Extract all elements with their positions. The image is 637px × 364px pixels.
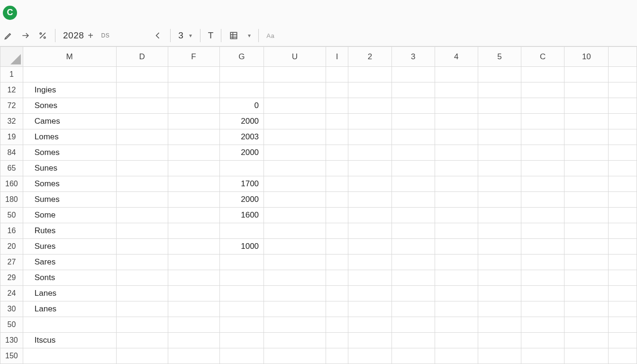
cell[interactable]: Somes [23,176,116,192]
row-header[interactable]: 16 [0,223,23,239]
row-header[interactable]: 19 [0,129,23,145]
cell[interactable] [168,98,219,114]
cell[interactable] [326,301,348,317]
chevron-down-icon[interactable]: ▾ [248,32,251,39]
cell[interactable]: 1700 [219,176,264,192]
cell[interactable] [168,223,219,239]
cell[interactable] [435,208,478,223]
cell[interactable] [326,239,348,255]
cell[interactable] [391,270,435,286]
cell[interactable]: Sares [23,255,116,270]
cell[interactable] [564,333,609,348]
cell[interactable] [391,145,435,161]
cell[interactable] [435,129,478,145]
cell[interactable] [609,270,637,286]
cell[interactable] [168,192,219,208]
cell[interactable] [219,255,264,270]
cell[interactable] [168,301,219,317]
cell[interactable] [116,286,168,301]
cell[interactable] [326,208,348,223]
cell[interactable] [521,98,564,114]
cell[interactable] [478,161,521,176]
cell[interactable] [168,82,219,98]
cell[interactable] [478,208,521,223]
cell[interactable] [521,208,564,223]
cell[interactable] [391,161,435,176]
cell[interactable] [264,286,326,301]
cell[interactable] [521,301,564,317]
cell[interactable]: 0 [219,98,264,114]
cell[interactable] [435,98,478,114]
cell[interactable] [609,114,637,129]
cell[interactable] [348,67,391,82]
cell[interactable] [348,98,391,114]
cell[interactable] [264,223,326,239]
cell[interactable] [609,192,637,208]
row-header[interactable]: 72 [0,98,23,114]
cell[interactable]: Sumes [23,192,116,208]
cell[interactable] [564,98,609,114]
cell[interactable] [478,270,521,286]
table-icon[interactable] [229,31,238,40]
cell[interactable] [609,67,637,82]
cell[interactable] [219,317,264,333]
cell[interactable] [219,270,264,286]
cell[interactable] [609,255,637,270]
cell[interactable] [219,67,264,82]
cell[interactable] [391,317,435,333]
column-header[interactable]: U [264,47,326,67]
cell[interactable] [219,161,264,176]
cell[interactable] [116,270,168,286]
cell[interactable] [348,161,391,176]
cell[interactable] [609,129,637,145]
cell[interactable] [609,161,637,176]
cell[interactable] [326,286,348,301]
cell[interactable] [435,82,478,98]
column-header[interactable]: 5 [478,47,521,67]
cell[interactable] [478,129,521,145]
cell[interactable] [521,317,564,333]
cell[interactable] [435,270,478,286]
cell[interactable] [168,348,219,364]
cell[interactable] [564,223,609,239]
cell[interactable] [168,270,219,286]
cell[interactable] [348,286,391,301]
cell[interactable]: Some [23,208,116,223]
number-input-group[interactable]: 2028 + [63,30,93,41]
cell[interactable] [326,129,348,145]
cell[interactable] [564,208,609,223]
row-header[interactable]: 27 [0,255,23,270]
cell[interactable] [391,192,435,208]
cell[interactable] [478,255,521,270]
cell[interactable] [168,255,219,270]
cell[interactable] [116,82,168,98]
cell[interactable] [348,176,391,192]
cell[interactable] [564,161,609,176]
percent-icon[interactable] [38,31,47,40]
cell[interactable]: Sures [23,239,116,255]
cell[interactable] [478,67,521,82]
cell[interactable]: 2000 [219,114,264,129]
cell[interactable] [391,255,435,270]
cell[interactable]: 1000 [219,239,264,255]
cell[interactable] [435,161,478,176]
cell[interactable] [348,317,391,333]
cell[interactable] [168,317,219,333]
cell[interactable] [435,239,478,255]
cell[interactable] [264,192,326,208]
cell[interactable] [521,82,564,98]
row-header[interactable]: 150 [0,348,23,364]
cell[interactable] [391,286,435,301]
cell[interactable] [564,301,609,317]
cell[interactable] [391,208,435,223]
cell[interactable] [478,333,521,348]
cell[interactable] [391,176,435,192]
cell[interactable] [391,114,435,129]
cell[interactable] [116,161,168,176]
cell[interactable] [264,82,326,98]
cell[interactable] [609,333,637,348]
cell[interactable] [264,98,326,114]
cell[interactable] [168,333,219,348]
cell[interactable] [116,98,168,114]
cell[interactable]: Sonts [23,270,116,286]
